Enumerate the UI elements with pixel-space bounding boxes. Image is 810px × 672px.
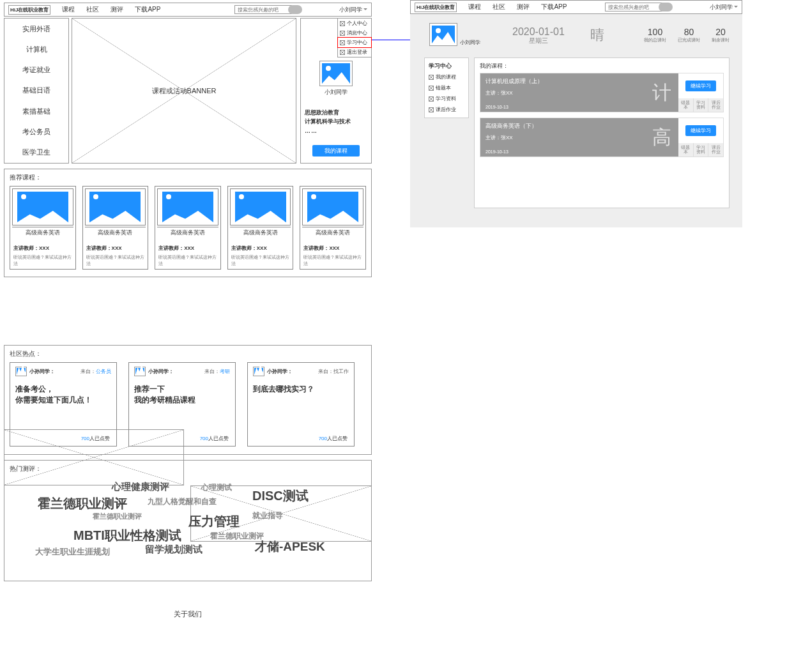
cloud-word[interactable]: 留学规划测试 xyxy=(145,544,202,556)
category-item[interactable]: 实用外语 xyxy=(4,19,68,39)
placeholder-icon xyxy=(429,107,434,112)
recommend-card[interactable]: 高级商务英语 主讲教师：XXX 听说英语困难？来试试这种方法 xyxy=(300,186,366,270)
course-main[interactable]: 高级商务英语（下） 主讲：张XX 2019-10-13 高 xyxy=(480,118,678,157)
community-from: 来自：公务员 xyxy=(80,368,111,375)
menu-item-learning[interactable]: 学习中心 xyxy=(337,37,372,48)
recommend-card[interactable]: 高级商务英语 主讲教师：XXX 听说英语困难？来试试这种方法 xyxy=(227,186,294,270)
category-item[interactable]: 计算机 xyxy=(4,39,68,59)
recommend-desc: 听说英语困难？来试试这种方法 xyxy=(302,254,363,267)
nav-download[interactable]: 下载APP xyxy=(135,5,160,14)
cloud-word[interactable]: 就业指导 xyxy=(252,510,283,521)
recommend-section: 推荐课程： 高级商务英语 主讲教师：XXX 听说英语困难？来试试这种方法 高级商… xyxy=(4,169,372,277)
course-action[interactable]: 课后作业 xyxy=(708,143,723,157)
category-item[interactable]: 基础日语 xyxy=(4,80,68,101)
image-icon xyxy=(17,192,68,222)
course-action[interactable]: 错题本 xyxy=(678,143,693,157)
logo[interactable]: HiJ在线职业教育 xyxy=(8,5,50,15)
image-icon xyxy=(89,192,141,222)
category-item[interactable]: 医学卫生 xyxy=(4,142,68,163)
recommend-card[interactable]: 高级商务英语 主讲教师：XXX 听说英语困难？来试试这种方法 xyxy=(155,186,221,270)
search-button[interactable] xyxy=(659,3,673,11)
user-menu-dropdown: 个人中心 消息中心 学习中心 退出登录 xyxy=(337,18,372,57)
user-card-line: …… xyxy=(305,126,367,135)
course-char: 高 xyxy=(649,122,675,153)
sidebar-title: 学习中心 xyxy=(425,61,468,72)
community-card[interactable]: 小孙同学： 来自：公务员 准备考公，你需要知道下面几点！ 700人已点赞 xyxy=(10,362,117,447)
recommend-desc: 听说英语困难？来试试这种方法 xyxy=(12,254,73,267)
logo[interactable]: HiJ在线职业教育 xyxy=(415,3,457,12)
cloud-word[interactable]: 霍兰德职业测评 xyxy=(93,512,142,521)
sidebar-item-my-courses[interactable]: 我的课程 xyxy=(425,72,468,82)
menu-item-messages[interactable]: 消息中心 xyxy=(338,28,371,38)
recommend-teacher: 主讲教师：XXX xyxy=(12,245,73,252)
sidebar-item-homework[interactable]: 课后作业 xyxy=(425,104,468,115)
cloud-word[interactable]: MBTI职业性格测试 xyxy=(73,527,181,544)
cloud-word[interactable]: 心理测试 xyxy=(201,482,232,493)
community-body: 到底去哪找实习？ xyxy=(253,384,349,395)
nav-community[interactable]: 社区 xyxy=(86,5,99,14)
cloud-word[interactable]: 心理健康测评 xyxy=(112,481,169,493)
category-item[interactable]: 考证就业 xyxy=(4,60,68,80)
course-action[interactable]: 学习资料 xyxy=(693,98,708,112)
sidebar-item-materials[interactable]: 学习资料 xyxy=(425,93,468,104)
banner-placeholder[interactable] xyxy=(72,18,296,164)
course-main[interactable]: 计算机组成原理（上） 主讲：张XX 2019-10-13 计 xyxy=(480,73,678,112)
recommend-card[interactable]: 高级商务英语 主讲教师：XXX 听说英语困难？来试试这种方法 xyxy=(10,186,76,270)
community-user: 小孙同学： xyxy=(148,368,174,375)
placeholder-icon xyxy=(340,21,345,26)
nav-community[interactable]: 社区 xyxy=(493,3,505,11)
main-title: 我的课程： xyxy=(480,62,724,70)
cloud-word[interactable]: 压力管理 xyxy=(188,513,240,530)
cloud-word[interactable]: 霍兰德职业测评 xyxy=(38,495,127,512)
nav-course[interactable]: 课程 xyxy=(468,3,481,11)
course-title: 高级商务英语（下） xyxy=(485,122,673,130)
recommend-title: 高级商务英语 xyxy=(157,227,218,238)
course-action[interactable]: 学习资料 xyxy=(693,143,708,157)
avatar xyxy=(319,61,353,86)
user-menu-trigger[interactable]: 小刘同学 xyxy=(339,6,367,14)
profile-name: 小刘同学 xyxy=(460,39,480,46)
continue-button[interactable]: 继续学习 xyxy=(685,125,716,136)
weather-text: 晴 xyxy=(590,26,604,45)
cloud-word[interactable]: 大学生职业生涯规划 xyxy=(35,546,110,558)
category-item[interactable]: 考公务员 xyxy=(4,121,68,142)
nav-download[interactable]: 下载APP xyxy=(541,3,567,11)
menu-item-profile[interactable]: 个人中心 xyxy=(338,19,371,28)
sidebar-item-mistakes[interactable]: 错题本 xyxy=(425,82,468,93)
image-icon xyxy=(254,368,263,375)
menu-item-logout[interactable]: 退出登录 xyxy=(338,47,371,57)
course-action[interactable]: 错题本 xyxy=(678,98,693,112)
search-input[interactable] xyxy=(605,3,662,11)
nav-course[interactable]: 课程 xyxy=(62,5,75,14)
search-button[interactable] xyxy=(288,5,302,14)
image-icon xyxy=(432,26,455,43)
nav-eval[interactable]: 测评 xyxy=(517,3,530,11)
recommend-card[interactable]: 高级商务英语 主讲教师：XXX 听说英语困难？来试试这种方法 xyxy=(82,186,149,270)
community-user: 小孙同学： xyxy=(267,368,293,375)
cloud-word[interactable]: 九型人格觉醒和自查 xyxy=(148,496,217,507)
community-body: 推荐一下我的考研精品课程 xyxy=(134,384,230,406)
hot-eval-section: 热门测评： 心理健康测评 心理测试 霍兰德职业测评 九型人格觉醒和自查 DISC… xyxy=(4,460,372,581)
course-row: 计算机组成原理（上） 主讲：张XX 2019-10-13 计 继续学习 错题本学… xyxy=(480,73,724,112)
course-row: 高级商务英语（下） 主讲：张XX 2019-10-13 高 继续学习 错题本学习… xyxy=(480,118,724,157)
community-likes: 700人已点赞 xyxy=(200,435,229,442)
recommend-title: 高级商务英语 xyxy=(302,227,363,238)
nav-eval[interactable]: 测评 xyxy=(111,5,123,14)
user-menu-trigger[interactable]: 小刘同学 xyxy=(710,3,738,11)
recommend-title: 高级商务英语 xyxy=(85,227,146,238)
course-title: 计算机组成原理（上） xyxy=(485,77,673,86)
continue-button[interactable]: 继续学习 xyxy=(685,80,716,91)
avatar xyxy=(15,367,27,376)
category-item[interactable]: 素描基础 xyxy=(4,101,68,121)
my-courses-button[interactable]: 我的课程 xyxy=(312,145,360,157)
search-input[interactable] xyxy=(234,5,292,14)
community-body: 准备考公，你需要知道下面几点！ xyxy=(15,384,111,406)
image-icon xyxy=(162,192,213,222)
cloud-word[interactable]: 才储-APESK xyxy=(255,538,325,555)
placeholder-icon xyxy=(429,75,434,80)
cloud-word[interactable]: DISC测试 xyxy=(252,487,309,505)
course-action[interactable]: 课后作业 xyxy=(708,98,723,112)
community-card[interactable]: 小孙同学： 来自：找工作 到底去哪找实习？ 700人已点赞 xyxy=(247,362,355,447)
community-card[interactable]: 小孙同学： 来自：考研 推荐一下我的考研精品课程 700人已点赞 xyxy=(128,362,236,447)
recommend-teacher: 主讲教师：XXX xyxy=(85,245,146,252)
